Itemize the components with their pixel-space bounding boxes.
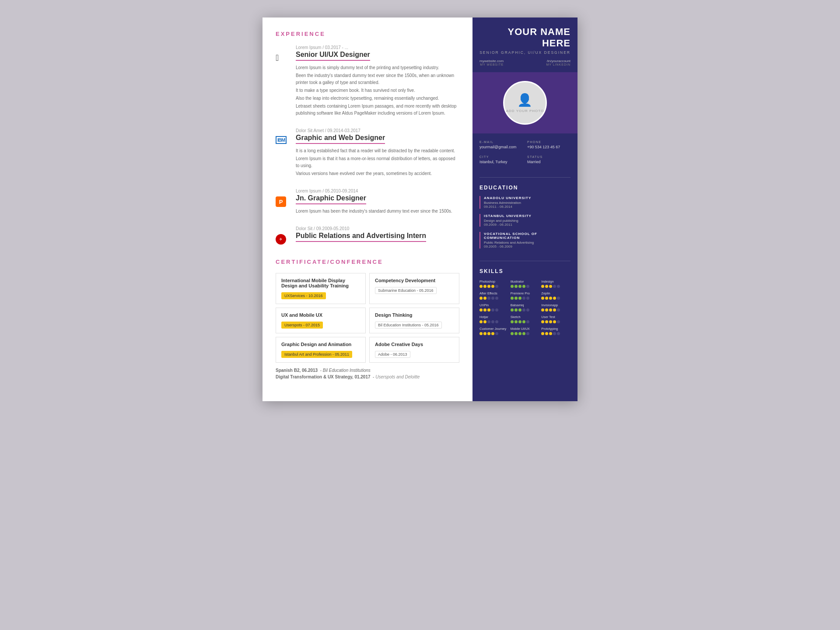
skill-dot — [522, 308, 525, 312]
skill-item: Illustrator — [511, 280, 540, 288]
skill-dot — [514, 332, 518, 335]
skill-dot — [491, 320, 494, 323]
skills-title: SKILLS — [480, 268, 570, 274]
skill-dot — [511, 332, 514, 335]
linkedin-url[interactable]: /in/youraccount — [546, 59, 570, 63]
edu-field-3: Public Relations and Advertising — [484, 241, 570, 245]
exp-date-4: Dolor Sit / 09.2009-05.2010 — [296, 226, 459, 231]
skill-dot — [545, 320, 548, 323]
exp-desc-p: It to make a type specimen book. It has … — [296, 87, 459, 94]
website-label: MY WEBSITE — [480, 63, 504, 66]
skill-name: Hotjar — [480, 315, 509, 319]
skill-dot — [553, 297, 556, 300]
skill-dots — [480, 285, 509, 288]
exp-logo-p: P — [276, 189, 290, 216]
cert-provider: Adobe - 06.2013 — [375, 351, 410, 358]
exp-title-1: Senior UI/UX Designer — [296, 51, 370, 61]
skill-name: Mobile UI/UX — [511, 327, 540, 331]
skill-dot — [526, 332, 529, 335]
skill-dot — [511, 297, 514, 300]
divider-2 — [480, 261, 570, 261]
skill-name: Photoshop — [480, 280, 509, 284]
skill-dots — [511, 285, 540, 288]
skill-dot — [557, 297, 560, 300]
skill-dot — [545, 332, 548, 335]
cert-name: UX and Mobile UX — [281, 312, 360, 318]
linkedin-link[interactable]: /in/youraccount MY LINKEDIN — [546, 59, 570, 66]
edu-item-3: VOCATIONAL SCHOOL OF COMMUNICATION Publi… — [480, 232, 570, 248]
skill-dot — [518, 320, 522, 323]
phone-label: PHONE — [527, 140, 570, 144]
contact-row-2: CITY Istanbul, Turkey STATUS Married — [480, 155, 570, 164]
skill-dots — [511, 332, 540, 335]
cert-digital-provider: Userspots and Deloitte — [375, 374, 420, 379]
exp-title-2: Graphic and Web Designer — [296, 134, 385, 144]
experience-title: EXPERIENCE — [276, 31, 459, 37]
website-link[interactable]: mywebsite.com MY WEBSITE — [480, 59, 504, 66]
exp-desc-p: Lorem Ipsum is simply dummy text of the … — [296, 64, 459, 71]
phone-value: +90 534 123 45 67 — [527, 145, 570, 149]
contact-area: E-MAIL yourmail@gmail.com PHONE +90 534 … — [472, 133, 578, 177]
exp-content-2: Dolor Sit Amet / 09.2014-03.2017 Graphic… — [296, 128, 459, 178]
resume-subtitle: SENIOR GRAPHIC, UI/UX DESGINER — [480, 50, 570, 55]
exp-title-3: Jn. Graphic Designer — [296, 194, 366, 204]
exp-desc-p: Lorem Ipsum is that it has a more-or-les… — [296, 155, 459, 169]
skill-dot — [514, 320, 518, 323]
exp-desc-3: Lorem Ipsum has been the industry's stan… — [296, 208, 459, 215]
skill-item: After Effects — [480, 291, 509, 300]
cert-lang-provider: Bil Education Institutions — [323, 368, 371, 373]
status-value: Married — [527, 160, 570, 164]
cert-digital: Digital Transformation & UX Strategy, 01… — [276, 374, 459, 379]
skill-name: Customer Journey — [480, 327, 509, 331]
skill-item: Sketch — [511, 315, 540, 323]
exp-desc-2: It is a long established fact that a rea… — [296, 147, 459, 177]
exp-desc-p: It is a long established fact that a rea… — [296, 147, 459, 154]
skill-dot — [483, 308, 486, 312]
skill-item: Invisionapp — [541, 303, 570, 312]
edu-dates-1: 09.2011 - 06.2014 — [484, 205, 570, 209]
website-url[interactable]: mywebsite.com — [480, 59, 504, 63]
skill-dot — [541, 308, 544, 312]
right-links: mywebsite.com MY WEBSITE /in/youraccount… — [480, 59, 570, 66]
skill-dot — [522, 297, 525, 300]
skill-dot — [553, 308, 556, 312]
skill-dot — [511, 308, 514, 312]
email-value: yourmail@gmail.com — [480, 145, 523, 149]
contact-status: STATUS Married — [527, 155, 570, 164]
skill-dot — [522, 320, 525, 323]
skill-dot — [495, 332, 498, 335]
skill-dot — [522, 285, 525, 288]
skill-item: Balsamiq — [511, 303, 540, 312]
skill-dot — [495, 308, 498, 312]
cert-provider: Bil Education Institutions - 05.2016 — [375, 322, 442, 329]
skill-dot — [557, 320, 560, 323]
skill-dots — [541, 332, 570, 335]
exp-desc-p: Lorem Ipsum has been the industry's stan… — [296, 208, 459, 215]
skill-dot — [526, 308, 529, 312]
experience-section: EXPERIENCE  Lorem Ipsum / 03.2017 - ...… — [276, 31, 459, 245]
skill-dot — [545, 308, 548, 312]
skill-dot — [518, 308, 522, 312]
skill-dot — [480, 285, 483, 288]
skill-dot — [557, 332, 560, 335]
skill-dot — [483, 285, 486, 288]
exp-content-1: Lorem Ipsum / 03.2017 - ... Senior UI/UX… — [296, 45, 459, 118]
skill-dot — [518, 332, 522, 335]
skill-item: UXPin — [480, 303, 509, 312]
skill-dot — [483, 297, 486, 300]
cert-grid: International Mobile Display Design and … — [276, 273, 459, 363]
skill-item: Hotjar — [480, 315, 509, 323]
cert-section: CERTIFICATE/CONFERENCE International Mob… — [276, 259, 459, 379]
cert-card: International Mobile Display Design and … — [276, 273, 366, 304]
edu-item-2: ISTANBUL UNIVERSITY Design and publishin… — [480, 214, 570, 227]
skill-dots — [511, 297, 540, 300]
exp-title-4: Public Relations and Advertising Intern — [296, 232, 426, 242]
skill-name: Invisionapp — [541, 303, 570, 307]
cert-card: Graphic Design and Animation Istanbul Ar… — [276, 337, 366, 363]
skill-dots — [541, 320, 570, 323]
edu-dates-2: 09.2009 - 06.2011 — [484, 223, 570, 227]
skill-name: Sketch — [511, 315, 540, 319]
skill-item: User Test — [541, 315, 570, 323]
cert-card: UX and Mobile UX Userspots - 07.2015 — [276, 308, 366, 333]
exp-date-3: Lorem Ipsum / 05.2010-09.2014 — [296, 189, 459, 193]
